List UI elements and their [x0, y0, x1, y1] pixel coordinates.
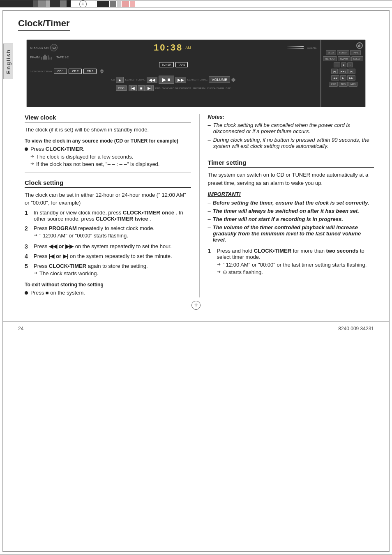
scene-label: SCENE: [307, 46, 317, 49]
side-extra-row: ESC TBS MP3: [324, 82, 363, 87]
tuner-tape-row: TUNER TAPE: [30, 62, 316, 67]
2lux-btn[interactable]: 2LUX: [326, 50, 336, 55]
tbs-btn[interactable]: TBS: [339, 82, 348, 87]
cd3-btn[interactable]: CD 3: [83, 69, 97, 74]
clock-step-5: 5 Press CLOCK•TIMER again to store the s…: [25, 263, 191, 278]
deco-seg: [50, 0, 60, 7]
step-1-content: In standby or view clock mode, press CLO…: [34, 210, 191, 222]
step2-arrow: ➜ " 12:00 AM" or "00:00" starts flashing…: [34, 233, 191, 239]
side-transport-row: |◀ ▶▶| ▶|: [324, 69, 363, 74]
exit-bullet-text: Press ■ on the system.: [30, 290, 85, 296]
step2-kbd: PROGRAM: [49, 225, 77, 231]
imp1: – Before setting the timer, ensure that …: [208, 200, 374, 206]
view-clock-arrow2: ➜ If the clock has not been set, "– – : …: [30, 161, 191, 167]
transport-controls: CD ▲ SEARCH TUNING ◀◀ ▶ ■ ▶▶ SEARCH TUNI…: [30, 76, 316, 84]
play-btn[interactable]: ▶ ■: [159, 76, 174, 84]
power-side-btn[interactable]: ⏻: [356, 42, 363, 49]
view-clock-bullet1: Press CLOCK•TIMER.: [25, 146, 191, 152]
view-clock-arrow1: ➜ The clock is displayed for a few secon…: [30, 154, 191, 160]
repeat-btn[interactable]: REPEAT: [323, 56, 337, 61]
title-area: Clock/Timer: [3, 11, 389, 39]
tuner-btn[interactable]: TUNER: [159, 62, 174, 67]
stereo-top-row: STANDBY ON ⏻ 10:38 AM SCENE: [30, 42, 316, 53]
clock-step-4: 4 Press |◀ or ▶| on the system repeatedl…: [25, 253, 191, 260]
timer-kbd1: CLOCK•TIMER: [254, 248, 291, 254]
step5-arrow: ➜ The clock starts working.: [34, 270, 191, 276]
vol-minus[interactable]: —: [334, 62, 340, 67]
step5-arrow-text: The clock starts working.: [39, 270, 98, 276]
bottom-crosshair: ✛: [3, 297, 389, 313]
timer-step1-text: Press and hold CLOCK•TIMER for more than…: [217, 248, 374, 260]
deco-seg-right: [95, 0, 392, 7]
sleep-btn[interactable]: SLEEP: [351, 56, 363, 61]
band-bars: [41, 55, 52, 60]
step-4-content: Press |◀ or ▶| on the system repeatedly …: [34, 253, 191, 259]
cd-row: 3 CD DIRECT PLAY CD 1 CD 2 CD 3: [30, 69, 316, 74]
tape-side-btn[interactable]: TAPE: [350, 50, 360, 55]
dsc-next[interactable]: ▶|: [145, 85, 154, 91]
timer-step-1-content: Press and hold CLOCK•TIMER for more than…: [217, 248, 374, 276]
mp3-btn[interactable]: MP3: [348, 82, 357, 87]
cd1-btn[interactable]: CD 1: [54, 69, 67, 74]
scan-ff[interactable]: ▶▶: [347, 75, 355, 81]
cd2-btn[interactable]: CD 2: [69, 69, 82, 74]
imp1-dash: –: [208, 200, 211, 206]
scan-back[interactable]: ◀◀: [331, 75, 339, 81]
stop-side[interactable]: ■: [341, 62, 347, 67]
step-num-3: 3: [25, 243, 31, 250]
important-section: IMPORTANT! – Before setting the timer, e…: [208, 191, 374, 243]
dsc-stop[interactable]: ■: [138, 85, 144, 91]
timer-kbd2: two seconds: [326, 248, 359, 254]
dsc-prev[interactable]: |◀: [129, 85, 137, 91]
up-down-arrows: [100, 69, 104, 74]
top-deco-strip: ✛: [0, 0, 392, 7]
view-clock-bullet1-text: Press CLOCK•TIMER.: [30, 146, 85, 152]
imp4-dash: –: [208, 224, 211, 230]
next-btn[interactable]: ▶▶: [175, 77, 186, 83]
step-2-content: Press PROGRAM repeatedly to select clock…: [34, 225, 191, 240]
esc-btn[interactable]: ESC: [329, 82, 338, 87]
smart-btn[interactable]: SMART: [338, 56, 350, 61]
dsc-btn[interactable]: DSC: [116, 85, 127, 91]
language-tab: English: [3, 44, 13, 79]
arrow-icon2: ➜: [30, 161, 34, 166]
power-button[interactable]: ⏻: [50, 44, 58, 51]
clock-step-2: 2 Press PROGRAM repeatedly to select clo…: [25, 225, 191, 240]
vol-plus[interactable]: +: [347, 62, 353, 67]
step-num-1: 1: [25, 210, 31, 216]
scan-fwd[interactable]: ▶: [340, 75, 346, 81]
step1-kbd1: CLOCK•TIMER once: [123, 210, 174, 216]
side-scan-row: ◀◀ ▶ ▶▶: [324, 75, 363, 81]
arrow-icon5: ➜: [34, 270, 37, 276]
note2-dash: –: [208, 137, 211, 143]
eject-btn[interactable]: ▲: [116, 77, 124, 83]
side-btn-row3: — ■ +: [324, 62, 363, 67]
imp4-text: The volume of the timer controlled playb…: [213, 224, 374, 243]
prev-side[interactable]: |◀: [331, 69, 338, 74]
step1-text3: .: [150, 216, 151, 222]
note1-text: The clock setting will be cancelled when…: [213, 122, 374, 134]
notes-label: Notes:: [208, 114, 374, 120]
imp3-dash: –: [208, 216, 211, 222]
crosshair-circle: ✛: [79, 0, 87, 7]
tuner-side-btn[interactable]: TUNER: [337, 50, 350, 55]
prev-btn[interactable]: ◀◀: [147, 77, 157, 83]
synchro-label: SYNCHRO BASS BOOST: [162, 87, 191, 90]
stereo-side-unit: ⏻ 2LUX TUNER TAPE REPEAT SMART SLEEP — ■…: [320, 40, 365, 107]
note1-dash: –: [208, 122, 211, 128]
timer-arrow2-text: ⊙ starts flashing.: [223, 269, 263, 275]
deco-seg: ✛: [71, 0, 95, 7]
step-5-content: Press CLOCK•TIMER again to store the set…: [34, 263, 191, 278]
time-display: 10:38: [154, 42, 183, 53]
deco-seg: [67, 0, 71, 7]
tape-btn[interactable]: TAPE: [175, 62, 188, 67]
timer-arrow1: ➜ " 12:00 AM" or "00:00" or the last tim…: [217, 262, 374, 268]
next-side[interactable]: ▶|: [348, 69, 355, 74]
band-row: FM•AM TAPE 1-2: [30, 55, 316, 60]
page-footer: 24 8240 009 34231: [3, 321, 389, 336]
play-side[interactable]: ▶▶|: [339, 69, 348, 74]
timer-setting-header: Timer setting: [208, 159, 374, 168]
power-side: ⏻: [324, 42, 363, 49]
view-clock-subheader: To view the clock in any source mode (CD…: [25, 138, 191, 144]
dsc-transport: |◀ ■ ▶|: [129, 85, 154, 91]
